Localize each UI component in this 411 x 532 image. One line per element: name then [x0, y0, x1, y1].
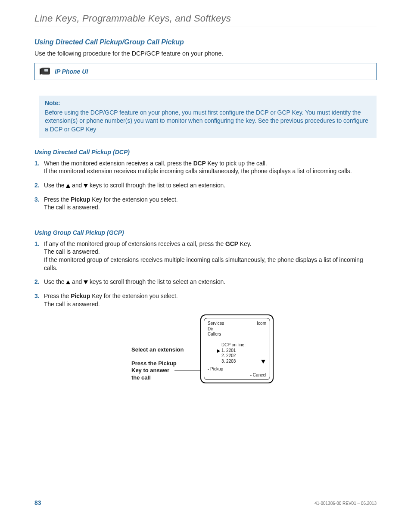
step-sub: The call is answered. — [44, 204, 377, 212]
step-text: Use the and keys to scroll through the l… — [44, 279, 225, 285]
intro-text: Use the following procedure for the DCP/… — [34, 50, 377, 58]
step-sub: If the monitored group of extensions rec… — [44, 256, 377, 272]
step-text: If any of the monitored group of extensi… — [44, 241, 251, 247]
dcp-step-1: When the monitored extension receives a … — [34, 160, 377, 176]
ip-phone-ui-box: IP Phone UI — [34, 63, 377, 80]
phone-diagram: Select an extension Press the Pickup Key… — [34, 314, 377, 401]
screen-bottom-right: - Cancel — [250, 373, 266, 378]
step-sub: The call is answered. — [44, 248, 377, 256]
phone-screen-inner: Services Dir Callers Icom DCP on line: 1… — [204, 318, 270, 380]
gcp-step-1: If any of the monitored group of extensi… — [34, 240, 377, 273]
gcp-heading: Using Group Call Pickup (GCP) — [34, 229, 377, 236]
arrow-up-icon — [66, 280, 70, 284]
dcp-heading: Using Directed Call Pickup (DCP) — [34, 149, 377, 156]
doc-revision: 41-001386-00 REV01 – 06.2013 — [314, 501, 377, 506]
arrow-down-icon — [84, 184, 88, 188]
header-rule — [34, 27, 377, 27]
gcp-step-2: Use the and keys to scroll through the l… — [34, 278, 377, 286]
diagram-label-select: Select an extension — [131, 346, 184, 353]
dcp-steps: When the monitored extension receives a … — [34, 160, 377, 212]
page-number: 83 — [34, 499, 41, 506]
screen-top-right: Icom — [257, 321, 266, 327]
arrow-right-icon — [217, 349, 220, 353]
svg-rect-0 — [44, 69, 48, 72]
arrow-down-icon — [84, 280, 88, 284]
screen-list-item: 1. 2201 — [221, 348, 236, 353]
step-text: When the monitored extension receives a … — [44, 160, 267, 167]
screen-top-item: Callers — [208, 332, 224, 337]
arrow-down-icon — [261, 360, 265, 364]
screen-list-title: DCP on line: — [221, 342, 246, 348]
diagram-label-pickup: Press the Pickup Key to answer the call — [131, 360, 177, 381]
screen-list-item: 3. 2203 — [221, 359, 246, 364]
gcp-step-3: Press the Pickup Key for the extension y… — [34, 292, 377, 308]
step-sub: The call is answered. — [44, 301, 377, 309]
ip-phone-ui-label: IP Phone UI — [55, 68, 88, 75]
phone-icon — [39, 67, 50, 76]
dcp-step-2: Use the and keys to scroll through the l… — [34, 182, 377, 190]
screen-list-item: 2. 2202 — [221, 353, 246, 359]
section-heading: Using Directed Call Pickup/Group Call Pi… — [34, 38, 377, 46]
note-box: Note: Before using the DCP/GCP feature o… — [39, 96, 377, 138]
step-text: Use the and keys to scroll through the l… — [44, 182, 225, 189]
phone-screen: Services Dir Callers Icom DCP on line: 1… — [200, 314, 274, 383]
step-text: Press the Pickup Key for the extension y… — [44, 293, 178, 299]
step-sub: If the monitored extension receives mult… — [44, 168, 377, 176]
dcp-step-3: Press the Pickup Key for the extension y… — [34, 196, 377, 212]
page-footer: 83 41-001386-00 REV01 – 06.2013 — [34, 499, 377, 506]
arrow-up-icon — [66, 184, 70, 188]
screen-bottom-left: - Pickup — [208, 367, 223, 372]
note-title: Note: — [45, 99, 371, 108]
screen-top-item: Dir — [208, 327, 224, 332]
screen-top-item: Services — [208, 321, 224, 327]
breadcrumb: Line Keys, Programmable Keys, and Softke… — [34, 13, 377, 24]
note-body: Before using the DCP/GCP feature on your… — [45, 109, 368, 133]
gcp-steps: If any of the monitored group of extensi… — [34, 240, 377, 308]
step-text: Press the Pickup Key for the extension y… — [44, 196, 178, 203]
